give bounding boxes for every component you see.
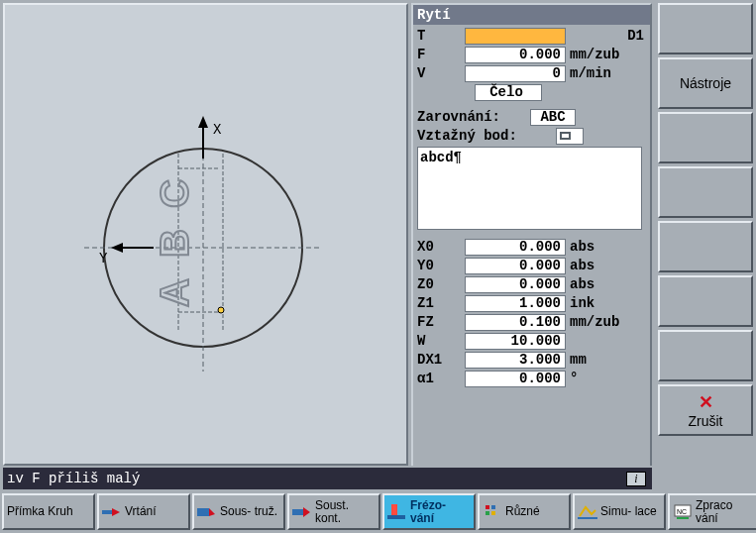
label-Z1: Z1 xyxy=(417,295,465,311)
input-F[interactable]: 0.000 xyxy=(465,47,566,63)
unit-FZ: mm/zub xyxy=(566,314,619,330)
unit-Z0: abs xyxy=(566,276,594,292)
label-V: V xyxy=(417,65,465,81)
contour-icon xyxy=(292,502,312,522)
tools-button-label: Nástroje xyxy=(680,75,731,91)
svg-point-16 xyxy=(218,307,224,313)
input-align[interactable]: ABC xyxy=(530,109,576,126)
svg-marker-4 xyxy=(198,116,208,128)
svg-marker-18 xyxy=(112,508,120,516)
svg-text:C: C xyxy=(153,179,196,208)
input-T[interactable] xyxy=(465,28,566,45)
parameter-panel: Rytí T D1 F 0.000 mm/zub V 0 m/min Čelo … xyxy=(411,3,652,466)
softkey-r3[interactable] xyxy=(658,112,753,163)
unit-DX1: mm xyxy=(566,352,587,368)
unit-V: m/min xyxy=(566,65,611,81)
svg-rect-26 xyxy=(486,511,489,515)
right-softkey-bar: Nástroje ✕ Zrušit xyxy=(655,0,756,493)
misc-icon xyxy=(483,502,502,522)
label-align: Zarovnání: xyxy=(417,109,520,125)
input-X0[interactable]: 0.000 xyxy=(465,239,566,256)
engraving-preview: X Y A B C xyxy=(5,5,406,464)
svg-rect-19 xyxy=(197,508,209,516)
cancel-button[interactable]: ✕ Zrušit xyxy=(658,384,753,436)
label-T: T xyxy=(417,28,465,44)
svg-text:X: X xyxy=(213,122,222,138)
softkey-r7[interactable] xyxy=(658,330,753,381)
svg-rect-27 xyxy=(491,511,495,515)
label-W: W xyxy=(417,333,465,349)
svg-rect-22 xyxy=(391,504,397,515)
svg-rect-24 xyxy=(486,505,489,509)
status-bar: ıv F příliš malý i xyxy=(3,468,652,489)
label-D1: D1 xyxy=(627,28,644,44)
unit-F: mm/zub xyxy=(566,47,619,62)
label-refpoint: Vztažný bod: xyxy=(417,128,546,144)
tab-milling[interactable]: Frézo- vání xyxy=(382,493,476,530)
nc-icon: NC xyxy=(673,502,693,522)
unit-a1: ° xyxy=(566,371,578,386)
cancel-button-label: Zrušit xyxy=(689,413,723,429)
label-DX1: DX1 xyxy=(417,352,465,368)
unit-X0: abs xyxy=(566,239,594,255)
label-Y0: Y0 xyxy=(417,258,465,273)
bottom-softkey-bar: Přímka Kruh Vrtání Sous- truž. Soust. ko… xyxy=(0,490,756,533)
svg-text:B: B xyxy=(153,229,196,258)
svg-rect-17 xyxy=(102,510,112,514)
tools-button[interactable]: Nástroje xyxy=(658,57,753,109)
panel-title: Rytí xyxy=(413,5,650,25)
softkey-r1[interactable] xyxy=(658,3,753,54)
svg-marker-7 xyxy=(111,243,123,253)
input-surface[interactable]: Čelo xyxy=(475,84,542,101)
cancel-icon: ✕ xyxy=(699,391,713,413)
drill-icon xyxy=(102,502,122,522)
label-X0: X0 xyxy=(417,239,465,255)
softkey-r6[interactable] xyxy=(658,275,753,327)
input-a1[interactable]: 0.000 xyxy=(465,371,566,387)
svg-text:NC: NC xyxy=(677,508,687,515)
tab-process[interactable]: NC Zpraco vání xyxy=(668,493,756,530)
input-refpoint[interactable] xyxy=(556,128,584,145)
svg-rect-23 xyxy=(387,515,405,519)
simulation-icon xyxy=(578,502,597,522)
milling-icon xyxy=(387,502,407,522)
info-icon[interactable]: i xyxy=(626,472,646,486)
engraving-text-input[interactable]: abcd¶ xyxy=(417,147,642,230)
label-FZ: FZ xyxy=(417,314,465,330)
input-Y0[interactable]: 0.000 xyxy=(465,258,566,274)
label-F: F xyxy=(417,47,465,62)
tab-misc[interactable]: Různé xyxy=(478,493,571,530)
softkey-r5[interactable] xyxy=(658,221,753,272)
input-W[interactable]: 10.000 xyxy=(465,333,566,350)
input-FZ[interactable]: 0.100 xyxy=(465,314,566,331)
svg-rect-25 xyxy=(491,505,495,509)
tab-drilling[interactable]: Vrtání xyxy=(97,493,190,530)
svg-marker-20 xyxy=(209,508,215,516)
input-V[interactable]: 0 xyxy=(465,65,566,82)
input-Z0[interactable]: 0.000 xyxy=(465,276,566,293)
svg-text:A: A xyxy=(153,278,196,307)
graphics-area: X Y A B C xyxy=(3,3,408,466)
label-a1: α1 xyxy=(417,371,465,386)
svg-rect-21 xyxy=(292,509,303,515)
tab-line-circle[interactable]: Přímka Kruh xyxy=(2,493,95,530)
input-Z1[interactable]: 1.000 xyxy=(465,295,566,312)
tab-simulation[interactable]: Simu- lace xyxy=(573,493,666,530)
tab-turning[interactable]: Sous- truž. xyxy=(192,493,285,530)
label-Z0: Z0 xyxy=(417,276,465,292)
unit-Z1: ink xyxy=(566,295,594,311)
input-DX1[interactable]: 3.000 xyxy=(465,352,566,369)
turning-icon xyxy=(197,502,217,522)
svg-text:Y: Y xyxy=(99,251,108,266)
status-message: ıv F příliš malý xyxy=(7,471,140,486)
unit-Y0: abs xyxy=(566,258,594,273)
softkey-r4[interactable] xyxy=(658,166,753,218)
tab-turning-contour[interactable]: Soust. kont. xyxy=(287,493,380,530)
